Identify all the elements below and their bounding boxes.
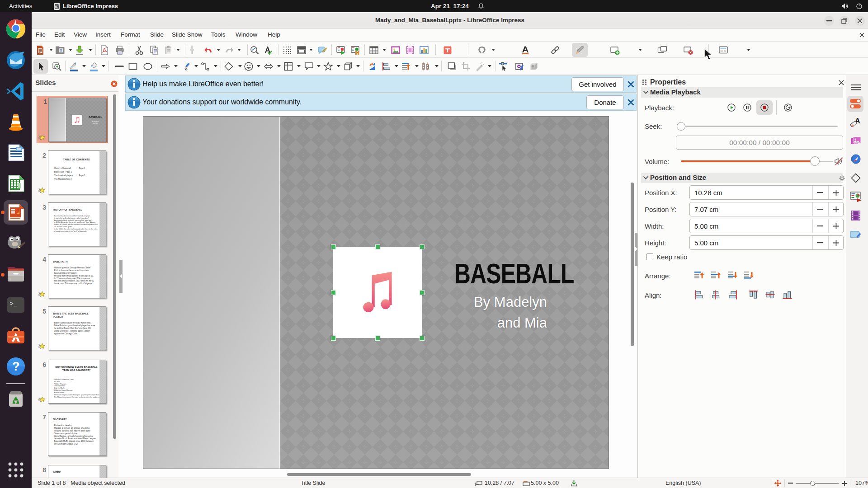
svg-text:?: ? [12,360,20,373]
svg-text:>_: >_ [10,300,17,307]
